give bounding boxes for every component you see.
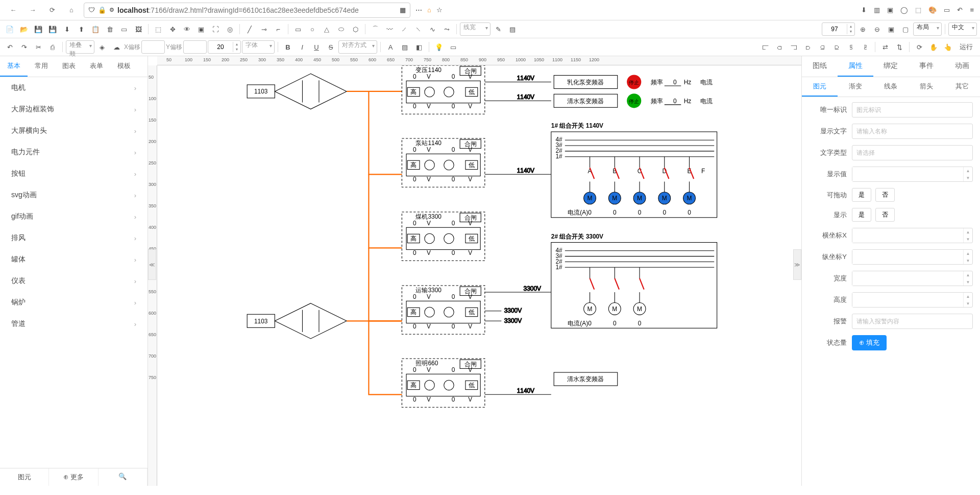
redo-icon[interactable]: ↷ [17, 40, 31, 54]
cloud-icon[interactable]: ☁ [110, 40, 123, 54]
bold-icon[interactable]: B [281, 40, 295, 54]
preview-icon[interactable]: ▣ [194, 22, 208, 36]
download-icon[interactable]: ⬇ [861, 6, 867, 14]
undo-icon-browser[interactable]: ↶ [957, 6, 963, 14]
account-icon[interactable]: ◯ [900, 6, 908, 14]
shape-category-item[interactable]: 仪表› [0, 270, 148, 292]
rtab-drawing[interactable]: 图纸 [802, 56, 838, 77]
color-box-icon[interactable]: ▨ [506, 22, 519, 36]
eye-icon[interactable]: 👁 [180, 22, 193, 36]
rect-shape-icon[interactable]: ▭ [291, 22, 305, 36]
display-no[interactable]: 否 [875, 208, 895, 222]
y-offset-input[interactable] [183, 40, 207, 54]
display-yes[interactable]: 是 [852, 208, 871, 222]
qr-icon[interactable]: ▦ [400, 6, 406, 14]
zoom-in-icon[interactable]: ⊕ [856, 22, 869, 36]
zoom-out-icon[interactable]: ⊖ [870, 22, 884, 36]
curve3-icon[interactable]: ⟍ [411, 22, 425, 36]
polyline-icon[interactable]: ⌐ [272, 22, 285, 36]
font-select[interactable]: 字体 [242, 40, 275, 54]
align-right-icon[interactable]: ⫎ [787, 40, 800, 54]
tab-form[interactable]: 表单 [83, 56, 110, 77]
group-icon[interactable]: ▣ [885, 22, 898, 36]
fill-color-icon[interactable]: ▨ [398, 40, 411, 54]
pan-icon[interactable]: ✥ [166, 22, 179, 36]
undo-icon[interactable]: ↶ [3, 40, 16, 54]
texttype-select[interactable] [852, 145, 973, 160]
rtab-event[interactable]: 事件 [909, 56, 944, 77]
palette-icon[interactable]: 🎨 [928, 6, 937, 14]
screen-toggle-icon[interactable]: ▭ [447, 40, 460, 54]
diagram-canvas[interactable]: 1103 1103 [157, 65, 801, 486]
left-bottom-element[interactable]: 图元 [0, 468, 49, 486]
line-width-select[interactable]: 线宽 [460, 22, 491, 36]
import-icon[interactable]: ⬇ [60, 22, 74, 36]
zoom-input[interactable]: ▲▼ [822, 22, 855, 36]
shape-category-item[interactable]: 管道› [0, 313, 148, 335]
align-hcenter-icon[interactable]: ⫏ [773, 40, 786, 54]
shape-category-item[interactable]: svg动画› [0, 184, 148, 206]
text-input[interactable] [852, 124, 973, 139]
reload-button[interactable]: ⟳ [45, 3, 59, 17]
paste-icon[interactable]: ⎙ [46, 40, 59, 54]
rect-icon[interactable]: ▭ [117, 22, 131, 36]
uid-input[interactable] [852, 102, 973, 117]
cut-icon[interactable]: ✂ [32, 40, 45, 54]
zoom-up[interactable]: ▲ [847, 24, 854, 29]
value-input[interactable]: ▲▼ [852, 167, 973, 182]
curve2-icon[interactable]: ⟋ [397, 22, 410, 36]
reader-icon[interactable]: ▣ [887, 6, 893, 14]
crop-icon[interactable]: ⬚ [915, 6, 921, 14]
font-size-value[interactable] [208, 43, 233, 51]
back-button[interactable]: ← [6, 3, 20, 17]
screen-icon[interactable]: ▭ [944, 6, 950, 14]
curve5-icon[interactable]: ⤳ [440, 22, 453, 36]
y-input[interactable]: ▲▼ [852, 249, 973, 265]
draggable-no[interactable]: 否 [875, 188, 895, 202]
polygon-shape-icon[interactable]: ⬡ [349, 22, 362, 36]
save-icon[interactable]: 💾 [32, 22, 45, 36]
align-left-icon[interactable]: ⫍ [758, 40, 772, 54]
draggable-yes[interactable]: 是 [852, 188, 871, 202]
ellipse-shape-icon[interactable]: ⬭ [334, 22, 348, 36]
shape-category-item[interactable]: 电机› [0, 77, 148, 99]
tab-common[interactable]: 常用 [28, 56, 55, 77]
rotate-icon[interactable]: ⟳ [913, 40, 926, 54]
home-icon-orange[interactable]: ⌂ [427, 6, 431, 14]
underline-icon[interactable]: U [310, 40, 323, 54]
line-tool-icon[interactable]: ╱ [243, 22, 256, 36]
stab-arrow[interactable]: 箭头 [909, 77, 944, 97]
canvas-area[interactable]: 5010015020025030035040045050055060065070… [148, 56, 801, 486]
hand2-icon[interactable]: 👆 [941, 40, 954, 54]
triangle-shape-icon[interactable]: △ [320, 22, 333, 36]
stab-other[interactable]: 其它 [944, 77, 980, 97]
export-icon[interactable]: ⬆ [75, 22, 88, 36]
layout-select[interactable]: 布局 [913, 22, 942, 36]
shape-category-item[interactable]: 大屏边框装饰› [0, 99, 148, 120]
w-input[interactable]: ▲▼ [852, 271, 973, 286]
open-folder-icon[interactable]: 📂 [17, 22, 31, 36]
ungroup-icon[interactable]: ▢ [899, 22, 912, 36]
distribute-h-icon[interactable]: ⫓ [844, 40, 857, 54]
target-icon[interactable]: ◎ [223, 22, 236, 36]
left-bottom-more[interactable]: ⊕ 更多 [49, 468, 98, 486]
font-size-input[interactable]: ▲▼ [208, 40, 241, 54]
shape-category-item[interactable]: 电力元件› [0, 142, 148, 163]
distribute-v-icon[interactable]: ⫔ [859, 40, 872, 54]
shape-category-item[interactable]: 罐体› [0, 249, 148, 270]
flip-h-icon[interactable]: ⇄ [878, 40, 892, 54]
stab-element[interactable]: 图元 [802, 77, 838, 97]
home-button[interactable]: ⌂ [64, 3, 79, 17]
x-input[interactable]: ▲▼ [852, 228, 973, 243]
x-offset-input[interactable] [141, 40, 165, 54]
stack-order-select[interactable]: 堆叠顺 [66, 40, 94, 54]
align-top-icon[interactable]: ⫐ [801, 40, 815, 54]
select-icon[interactable]: ⬚ [152, 22, 165, 36]
alarm-input[interactable] [852, 314, 973, 329]
align-select[interactable]: 对齐方式 [338, 40, 377, 54]
save-as-icon[interactable]: 💾 [46, 22, 59, 36]
h-input[interactable]: ▲▼ [852, 292, 973, 308]
url-bar[interactable]: 🛡 🔒 ⚙ localhost:7166/draw2.html?drawingI… [84, 3, 410, 18]
language-select[interactable]: 中文 [948, 22, 977, 36]
arc-icon[interactable]: ⌒ [369, 22, 382, 36]
